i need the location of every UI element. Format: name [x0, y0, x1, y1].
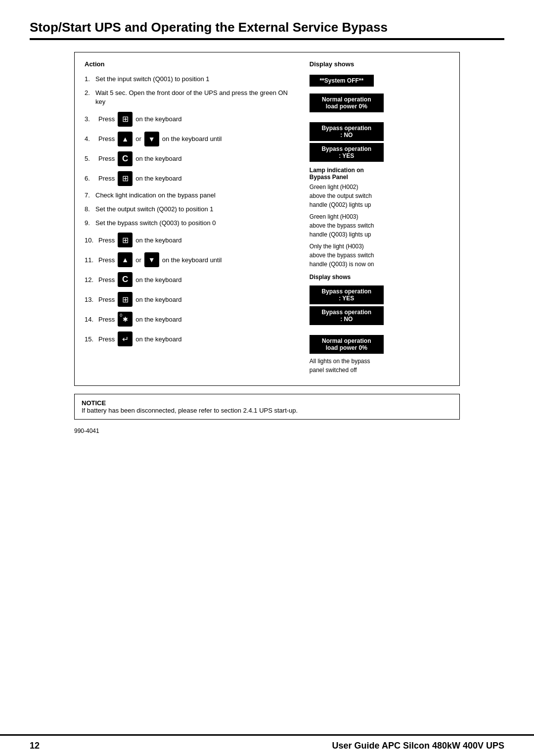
- footer-document-title: User Guide APC Silcon 480kW 400V UPS: [332, 741, 504, 751]
- display-normal-op-2: Normal operationload power 0%: [310, 335, 449, 354]
- notice-box: NOTICE If battery has been disconnected,…: [74, 394, 460, 420]
- action-item-2: 2. Wait 5 sec. Open the front door of th…: [85, 89, 295, 106]
- display-green-h003: Green light (H003)above the bypass switc…: [310, 212, 449, 239]
- display-green-h002: Green light (H002)above the output switc…: [310, 183, 449, 209]
- grid-icon-10: ⊞: [118, 233, 133, 247]
- footer-page-number: 12: [30, 741, 40, 751]
- notice-title: NOTICE: [82, 399, 452, 407]
- lamp-indication-label: Lamp indication onBypass Panel: [310, 167, 449, 181]
- c-icon-12: C: [118, 272, 133, 287]
- arrow-up-icon-11: ▲: [118, 252, 133, 267]
- display-all-lights-off: All lights on the bypasspanel switched o…: [310, 357, 449, 375]
- action-item-13: 13. Press ⊞ on the keyboard: [85, 292, 295, 307]
- actions-column: Action 1. Set the input switch (Q001) to…: [85, 60, 305, 378]
- display-only-h003: Only the light (H003)above the bypass sw…: [310, 242, 449, 269]
- spacer-3: [310, 117, 449, 122]
- action-item-9: 9. Set the bypass switch (Q003) to posit…: [85, 219, 295, 228]
- normal-operation-badge-1: Normal operationload power 0%: [310, 94, 384, 112]
- display-bypass-yes-1: Bypass operation: YES: [310, 143, 449, 162]
- bypass-no-badge-2: Bypass operation: NO: [310, 306, 384, 325]
- system-off-badge: **System OFF**: [310, 75, 374, 87]
- page-footer: 12 User Guide APC Silcon 480kW 400V UPS: [0, 734, 534, 756]
- bypass-yes-badge-2: Bypass operation: YES: [310, 285, 384, 304]
- grid-icon-6: ⊞: [118, 171, 133, 186]
- action-column-header: Action: [85, 60, 295, 68]
- action-item-1: 1. Set the input switch (Q001) to positi…: [85, 75, 295, 84]
- display-bypass-yes-2: Bypass operation: YES: [310, 285, 449, 304]
- bypass-no-badge-1: Bypass operation: NO: [310, 122, 384, 141]
- page-title: Stop/Start UPS and Operating the Externa…: [30, 20, 504, 35]
- title-divider: [30, 38, 504, 40]
- display-normal-op-1: Normal operationload power 0%: [310, 94, 449, 112]
- display-bypass-no-1: Bypass operation: NO: [310, 122, 449, 141]
- c-icon-5: C: [118, 151, 133, 166]
- action-item-10: 10. Press ⊞ on the keyboard: [85, 233, 295, 247]
- main-table-box: Action 1. Set the input switch (Q001) to…: [74, 52, 460, 386]
- star-icon-14: 0 ✱: [118, 312, 133, 327]
- action-item-14: 14. Press 0 ✱ on the keyboard: [85, 312, 295, 327]
- action-item-6: 6. Press ⊞ on the keyboard: [85, 171, 295, 186]
- action-item-7: 7. Check light indication on the bypass …: [85, 191, 295, 200]
- display-column: Display shows **System OFF** Normal oper…: [305, 60, 449, 378]
- grid-icon-13: ⊞: [118, 292, 133, 307]
- enter-icon-15: ↵: [118, 331, 133, 346]
- action-item-15: 15. Press ↵ on the keyboard: [85, 331, 295, 346]
- notice-text: If battery has been disconnected, please…: [82, 407, 452, 414]
- normal-operation-badge-2: Normal operationload power 0%: [310, 335, 384, 354]
- spacer-13: [310, 330, 449, 335]
- action-item-3: 3. Press ⊞ on the keyboard: [85, 112, 295, 127]
- bypass-yes-badge-1: Bypass operation: YES: [310, 143, 384, 162]
- action-item-5: 5. Press C on the keyboard: [85, 151, 295, 166]
- display-bypass-no-2: Bypass operation: NO: [310, 306, 449, 325]
- arrow-down-icon-4: ▼: [144, 132, 159, 146]
- action-item-12: 12. Press C on the keyboard: [85, 272, 295, 287]
- page-container: Stop/Start UPS and Operating the Externa…: [0, 0, 534, 444]
- display-column-header: Display shows: [310, 60, 449, 68]
- grid-icon-3: ⊞: [118, 112, 133, 127]
- arrow-down-icon-11: ▼: [144, 252, 159, 267]
- action-item-8: 8. Set the output switch (Q002) to posit…: [85, 205, 295, 214]
- display-shows-label-2: Display shows: [310, 274, 449, 281]
- action-item-11: 11. Press ▲ or ▼ on the keyboard until: [85, 252, 295, 267]
- two-col-layout: Action 1. Set the input switch (Q001) to…: [85, 60, 449, 378]
- doc-ref: 990-4041: [74, 427, 460, 434]
- display-system-off: **System OFF**: [310, 75, 449, 87]
- arrow-up-icon-4: ▲: [118, 132, 133, 146]
- action-item-4: 4. Press ▲ or ▼ on the keyboard until: [85, 132, 295, 146]
